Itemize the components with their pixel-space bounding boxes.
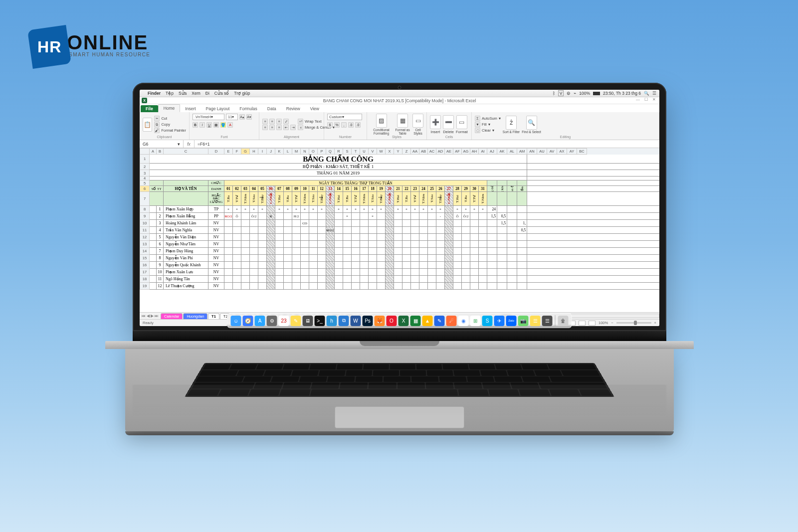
cell[interactable] (428, 220, 436, 226)
cell[interactable] (470, 213, 479, 219)
mac-menu-edit[interactable]: Sửa (179, 91, 187, 96)
cell[interactable] (258, 269, 267, 275)
row-header-4[interactable]: 4 (140, 177, 150, 180)
cell[interactable] (453, 220, 462, 226)
cell[interactable] (258, 283, 267, 289)
cell[interactable] (386, 276, 394, 282)
cell[interactable] (241, 283, 250, 289)
cell[interactable] (352, 248, 360, 254)
cell[interactable] (487, 276, 497, 282)
cell[interactable]: + (462, 206, 470, 212)
mac-app-name[interactable]: Finder (148, 91, 161, 96)
cell[interactable] (233, 283, 241, 289)
sheet-tab-Calendar[interactable]: Calendar (161, 313, 183, 319)
cell[interactable]: + (377, 206, 386, 212)
cell[interactable] (250, 276, 258, 282)
cell[interactable] (318, 227, 326, 233)
cell[interactable] (394, 220, 402, 226)
col-header-Q[interactable]: Q (326, 148, 335, 155)
cell[interactable] (360, 276, 369, 282)
cell[interactable]: + (318, 206, 326, 212)
cell[interactable] (352, 227, 360, 233)
cell[interactable] (224, 241, 233, 247)
cell[interactable]: 24 (487, 206, 497, 212)
cell[interactable] (377, 269, 386, 275)
align-center-button[interactable]: ≡ (269, 125, 275, 130)
cell[interactable]: NV (208, 269, 224, 275)
cell[interactable] (258, 248, 267, 254)
cell[interactable] (497, 206, 507, 212)
cell[interactable] (517, 269, 527, 275)
find-select-button[interactable]: 🔍Find & Select (522, 116, 541, 134)
cell[interactable] (301, 213, 309, 219)
cell[interactable] (394, 213, 402, 219)
cell[interactable]: Ô (233, 213, 241, 219)
cell[interactable] (335, 234, 343, 240)
cell[interactable] (150, 283, 157, 289)
cell[interactable] (284, 220, 292, 226)
cell[interactable]: T.Ba (343, 192, 352, 205)
cell[interactable] (445, 227, 453, 233)
cell[interactable] (267, 255, 275, 261)
cell[interactable] (267, 241, 275, 247)
cell[interactable]: + (470, 206, 479, 212)
cell[interactable]: DANH (208, 186, 224, 191)
row-header-11[interactable]: 11 (140, 227, 150, 234)
cell[interactable] (386, 283, 394, 289)
cell[interactable] (462, 248, 470, 254)
cell[interactable] (369, 276, 377, 282)
list-icon[interactable]: ☰ (542, 316, 553, 326)
file-tab[interactable]: File (141, 105, 158, 112)
cell[interactable]: + (284, 206, 292, 212)
cell[interactable]: 05 (258, 186, 267, 191)
cell[interactable] (284, 234, 292, 240)
cell[interactable]: NV (208, 262, 224, 268)
cell[interactable]: T.Tư (292, 192, 301, 205)
cell[interactable] (487, 241, 497, 247)
cell[interactable] (402, 234, 411, 240)
zoom-slider[interactable] (616, 322, 651, 324)
cell[interactable]: Ô/2 (250, 213, 258, 219)
cell[interactable] (150, 248, 157, 254)
zalo-icon[interactable]: Zalo (506, 316, 517, 326)
cell[interactable]: + (436, 206, 445, 212)
cell[interactable]: T.Hai (335, 192, 343, 205)
cell[interactable] (150, 180, 164, 185)
cell[interactable] (377, 227, 386, 233)
cell[interactable] (326, 234, 335, 240)
cell[interactable] (309, 276, 318, 282)
cell[interactable] (470, 220, 479, 226)
cell[interactable]: NV (208, 283, 224, 289)
cell[interactable] (150, 177, 527, 180)
cell[interactable] (318, 276, 326, 282)
cell[interactable] (479, 269, 487, 275)
cell[interactable]: C.Nhật (267, 192, 275, 205)
cell[interactable]: 3 (157, 220, 164, 226)
cell[interactable] (267, 262, 275, 268)
cell[interactable] (497, 248, 507, 254)
wifi-icon[interactable]: ⊚ (567, 91, 571, 96)
cell[interactable] (284, 283, 292, 289)
cell[interactable] (369, 255, 377, 261)
mac-menu-help[interactable]: Trợ giúp (234, 91, 250, 96)
cell[interactable] (497, 283, 507, 289)
cell[interactable] (343, 241, 352, 247)
cell[interactable]: + (411, 206, 419, 212)
cell[interactable] (517, 180, 527, 185)
cell[interactable]: 1 (157, 206, 164, 212)
col-header-AU[interactable]: AU (537, 148, 547, 155)
cell[interactable] (292, 276, 301, 282)
row-header-16[interactable]: 16 (140, 262, 150, 269)
cell[interactable] (241, 248, 250, 254)
cell[interactable] (309, 213, 318, 219)
cell[interactable] (150, 269, 157, 275)
cell[interactable] (150, 213, 157, 219)
cell[interactable] (352, 241, 360, 247)
cell[interactable] (369, 241, 377, 247)
cell[interactable]: T.Bảy (436, 192, 445, 205)
cell[interactable] (497, 192, 507, 205)
cell[interactable] (258, 262, 267, 268)
row-header-18[interactable]: 18 (140, 276, 150, 283)
cell[interactable] (428, 255, 436, 261)
cell[interactable] (292, 220, 301, 226)
